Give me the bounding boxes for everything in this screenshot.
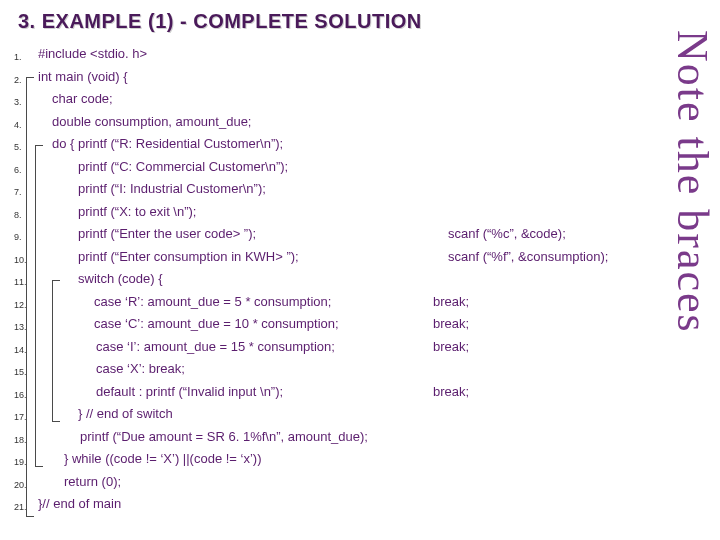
break-stmt: break; <box>433 336 469 359</box>
code-text: printf (“Due amount = SR 6. 1%f\n”, amou… <box>80 429 368 444</box>
code-line: } // end of switch <box>38 403 702 426</box>
code-text: do { printf (“R: Residential Customer\n”… <box>52 136 283 151</box>
code-line: } while ((code != ‘X’) ||(code != ‘x’)) <box>38 448 702 471</box>
code-line: case ‘I’: amount_due = 15 * consumption;… <box>38 336 702 359</box>
code-text: case ‘I’: amount_due = 15 * consumption; <box>96 339 335 354</box>
code-text: int main (void) { <box>38 69 128 84</box>
code-text: default : printf (“Invalid input \n”); <box>96 384 283 399</box>
code-line: case ‘R’: amount_due = 5 * consumption; … <box>38 291 702 314</box>
code-text: #include <stdio. h> <box>38 46 147 61</box>
code-line: switch (code) { <box>38 268 702 291</box>
code-line: printf (“Enter consumption in KWH> ”);sc… <box>38 246 702 269</box>
code-line: double consumption, amount_due; <box>38 111 702 134</box>
code-lines: #include <stdio. h> int main (void) { ch… <box>38 43 702 516</box>
code-line: printf (“I: Industrial Customer\n”); <box>38 178 702 201</box>
code-line: printf (“X: to exit \n”); <box>38 201 702 224</box>
code-text: case ‘R’: amount_due = 5 * consumption; <box>94 294 331 309</box>
code-line: default : printf (“Invalid input \n”);br… <box>38 381 702 404</box>
code-text: printf (“X: to exit \n”); <box>78 204 196 219</box>
vertical-note: Note the braces <box>670 30 714 334</box>
code-line: int main (void) { <box>38 66 702 89</box>
brace-main <box>26 77 34 517</box>
code-text: char code; <box>52 91 113 106</box>
code-text: }// end of main <box>38 496 121 511</box>
code-block: #include <stdio. h> int main (void) { ch… <box>0 37 720 516</box>
code-text: case ‘C’: amount_due = 10 * consumption; <box>94 316 339 331</box>
code-line: char code; <box>38 88 702 111</box>
code-line: printf (“C: Commercial Customer\n”); <box>38 156 702 179</box>
scanf-call: scanf (“%c”, &code); <box>448 223 566 246</box>
code-line: case ‘C’: amount_due = 10 * consumption;… <box>38 313 702 336</box>
code-line: case ‘X’: break; <box>38 358 702 381</box>
code-text: } while ((code != ‘X’) ||(code != ‘x’)) <box>64 451 262 466</box>
code-line: }// end of main <box>38 493 702 516</box>
break-stmt: break; <box>433 291 469 314</box>
code-text: printf (“Enter the user code> ”); <box>78 226 256 241</box>
code-text: } // end of switch <box>78 406 173 421</box>
code-text: printf (“I: Industrial Customer\n”); <box>78 181 266 196</box>
code-line: printf (“Due amount = SR 6. 1%f\n”, amou… <box>38 426 702 449</box>
code-text: case ‘X’: break; <box>96 361 185 376</box>
code-line: do { printf (“R: Residential Customer\n”… <box>38 133 702 156</box>
code-text: double consumption, amount_due; <box>52 114 251 129</box>
code-text: printf (“Enter consumption in KWH> ”); <box>78 249 299 264</box>
code-text: switch (code) { <box>78 271 163 286</box>
scanf-call: scanf (“%f”, &consumption); <box>448 246 608 269</box>
break-stmt: break; <box>433 313 469 336</box>
code-text: return (0); <box>64 474 121 489</box>
code-line: return (0); <box>38 471 702 494</box>
break-stmt: break; <box>433 381 469 404</box>
code-line: printf (“Enter the user code> ”);scanf (… <box>38 223 702 246</box>
code-line: #include <stdio. h> <box>38 43 702 66</box>
code-text: printf (“C: Commercial Customer\n”); <box>78 159 288 174</box>
slide-title: 3. EXAMPLE (1) - COMPLETE SOLUTION <box>0 0 720 37</box>
